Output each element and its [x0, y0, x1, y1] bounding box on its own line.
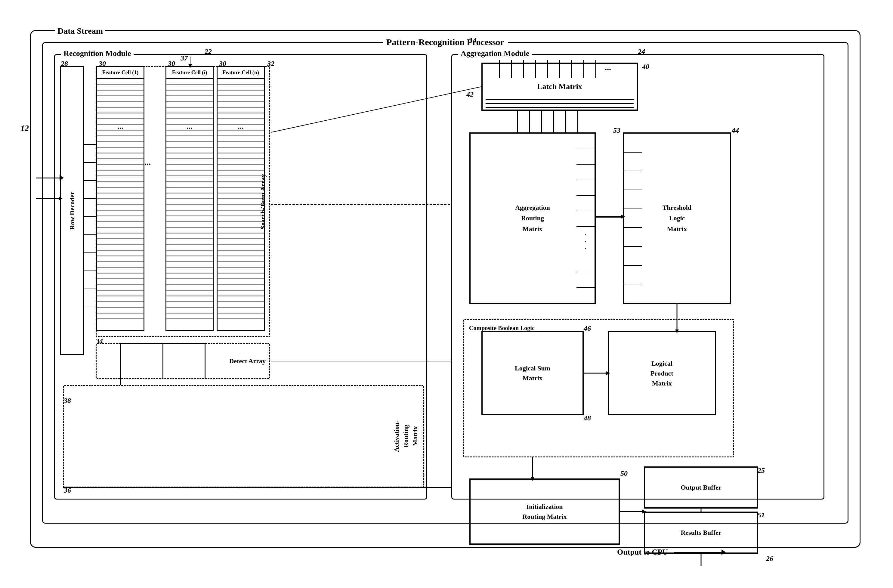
logical-product-label: LogicalProductMatrix — [651, 358, 673, 388]
label-38: 38 — [64, 397, 71, 405]
logical-sum-matrix: Logical SumMatrix — [481, 331, 584, 415]
detect-array-label-container: Detect Array — [229, 344, 266, 378]
detect-array: Detect Array — [96, 343, 270, 379]
label-36: 36 — [64, 486, 71, 495]
detect-line-3 — [204, 343, 206, 379]
label-24: 24 — [638, 48, 645, 56]
label-25: 25 — [758, 466, 765, 475]
detect-array-label: Detect Array — [229, 357, 266, 365]
label-44: 44 — [732, 126, 739, 134]
agg-thresh-conn — [596, 217, 623, 218]
activation-routing-label-container: Activation-RoutingMatrix — [392, 386, 420, 487]
logical-product-inner: LogicalProductMatrix — [609, 332, 715, 414]
init-routing-inner: InitializationRouting Matrix — [471, 480, 619, 543]
output-buffer-inner: Output Buffer — [645, 468, 757, 507]
logical-sum-label: Logical SumMatrix — [515, 363, 550, 383]
output-cpu-container: Output to CPU — [617, 548, 722, 557]
label-14: 14 — [469, 36, 477, 44]
output-cpu-line — [674, 552, 722, 553]
data-stream-label: Data Stream — [55, 26, 105, 36]
latch-top-line — [493, 63, 620, 63]
detect-h-line — [120, 343, 204, 344]
latch-matrix: Latch Matrix — [481, 63, 638, 111]
latch-lines — [486, 98, 634, 110]
label-51: 51 — [758, 511, 765, 519]
label-12: 12 — [21, 123, 29, 133]
search-term-label-container: Search-Term Array — [259, 67, 267, 336]
label-46: 46 — [584, 324, 591, 332]
input-arrow — [36, 177, 60, 179]
label-40: 40 — [642, 63, 649, 71]
aggregation-routing-label: AggregationRoutingMatrix — [515, 202, 550, 234]
label-26: 26 — [766, 555, 773, 563]
output-cpu-arrow — [722, 549, 726, 555]
results-buffer-inner: Results Buffer — [645, 513, 757, 552]
label-34: 34 — [96, 337, 103, 345]
results-buffer: Results Buffer — [644, 511, 758, 554]
activation-routing-label: Activation-RoutingMatrix — [392, 420, 420, 452]
label-37: 37 — [180, 54, 188, 62]
init-routing-label: InitializationRouting Matrix — [522, 502, 567, 522]
results-buffer-label: Results Buffer — [681, 529, 721, 537]
prp-label: Pattern-Recognition Processor — [383, 37, 508, 47]
search-term-label: Search-Term Array — [259, 174, 267, 229]
threshold-logic-matrix: ThresholdLogicMatrix — [623, 132, 731, 304]
label-48: 48 — [584, 414, 591, 422]
detect-line-2 — [162, 343, 163, 379]
output-buffer-label: Output Buffer — [681, 484, 721, 492]
label-22: 22 — [204, 48, 212, 56]
thresh-stripes — [624, 134, 642, 303]
init-routing-matrix: InitializationRouting Matrix — [469, 478, 620, 545]
label-32: 32 — [267, 60, 274, 68]
diagram-container: Data Stream 12 Pattern-Recognition Proce… — [12, 12, 879, 572]
output-buffer: Output Buffer — [644, 466, 758, 508]
aggregation-module-label: Aggregation Module — [458, 49, 532, 58]
label-50: 50 — [620, 469, 628, 478]
label-42: 42 — [466, 90, 474, 98]
aggregation-routing-matrix: AggregationRoutingMatrix ··· — [469, 132, 596, 304]
logical-sum-inner: Logical SumMatrix — [483, 332, 582, 414]
detect-line-1 — [120, 343, 121, 379]
threshold-logic-label: ThresholdLogicMatrix — [663, 202, 692, 234]
label-53: 53 — [613, 126, 620, 134]
output-cpu-label: Output to CPU — [617, 548, 668, 557]
row-decoder: Row Decoder — [60, 66, 84, 355]
composite-boolean-label: Composite Boolean Logic — [469, 325, 535, 332]
row-decoder-label: Row Decoder — [68, 192, 77, 230]
search-term-array: Search-Term Array — [96, 66, 270, 337]
label-28: 28 — [61, 60, 68, 68]
aggregation-routing-inner: AggregationRoutingMatrix — [471, 134, 595, 303]
activation-routing-matrix: Activation-RoutingMatrix — [63, 385, 424, 487]
latch-matrix-label: Latch Matrix — [537, 82, 582, 91]
recognition-module-label: Recognition Module — [61, 49, 134, 58]
logical-product-matrix: LogicalProductMatrix — [608, 331, 716, 415]
agg-stripes: ··· — [576, 134, 595, 303]
